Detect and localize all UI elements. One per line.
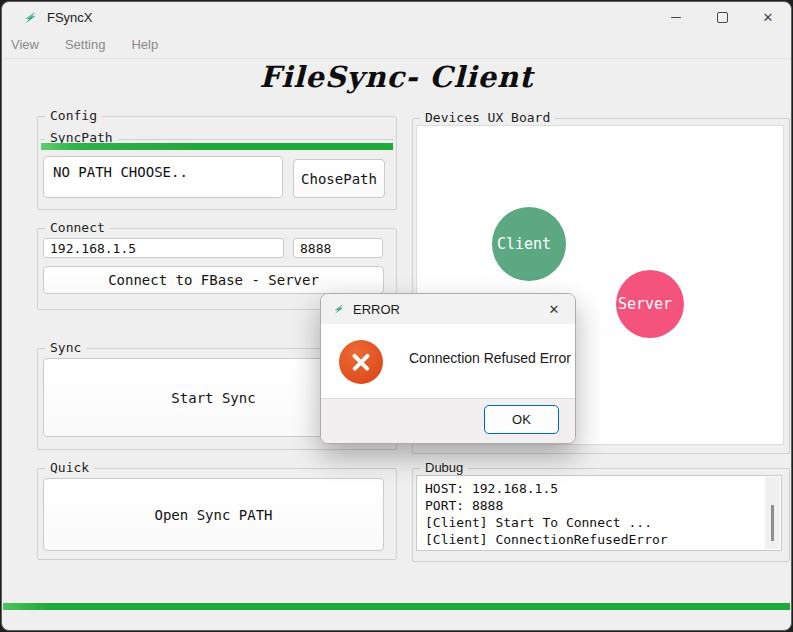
open-sync-path-button[interactable]: Open Sync PATH	[43, 478, 384, 551]
config-group-label: Config	[45, 108, 102, 123]
window-controls: ✕	[653, 2, 791, 32]
maximize-icon	[717, 12, 728, 23]
quick-group-label: Quick	[45, 460, 94, 475]
window-title: FSyncX	[47, 10, 93, 25]
debug-log-text: HOST: 192.168.1.5PORT: 8888[Client] Star…	[417, 476, 781, 548]
syncpath-progress-fill	[41, 143, 393, 150]
connect-group-label: Connect	[45, 220, 110, 235]
error-message: Connection Refused Error	[409, 350, 571, 366]
menu-help[interactable]: Help	[118, 32, 171, 58]
sync-group-label: Sync	[45, 340, 86, 355]
maximize-button[interactable]	[699, 2, 745, 32]
sync-path-input[interactable]: NO PATH CHOOSE..	[43, 156, 283, 198]
error-dialog-body: Connection Refused Error	[321, 324, 575, 398]
error-dialog-title: ERROR	[353, 302, 400, 317]
menubar: View Setting Help	[2, 32, 791, 59]
fsyncx-window: FSyncX ✕ View Setting Help FileSync- Cli…	[1, 1, 792, 631]
dialog-close-icon: ✕	[549, 302, 560, 317]
debug-line: PORT: 8888	[425, 497, 761, 514]
debug-group: Dubug HOST: 192.168.1.5PORT: 8888[Client…	[412, 468, 790, 562]
config-group: Config SyncPath NO PATH CHOOSE.. ChosePa…	[37, 116, 397, 210]
debug-scrollbar-thumb[interactable]	[771, 505, 774, 541]
server-node: Server	[616, 270, 684, 338]
syncpath-progressbar	[41, 143, 393, 150]
minimize-button[interactable]	[653, 2, 699, 32]
menu-view[interactable]: View	[2, 32, 52, 58]
close-icon: ✕	[763, 11, 774, 24]
debug-line: HOST: 192.168.1.5	[425, 480, 761, 497]
titlebar: FSyncX ✕	[2, 2, 791, 32]
debug-group-label: Dubug	[420, 460, 468, 475]
screen: FSyncX ✕ View Setting Help FileSync- Cli…	[0, 0, 793, 632]
connect-button[interactable]: Connect to FBase - Server	[43, 266, 384, 294]
client-node: Client	[492, 207, 566, 281]
debug-line: [Client] Start To Connect ...	[425, 514, 761, 531]
app-logo-icon	[23, 10, 38, 25]
port-input[interactable]	[293, 238, 383, 258]
global-progressbar	[3, 603, 790, 610]
menu-setting[interactable]: Setting	[52, 32, 118, 58]
close-button[interactable]: ✕	[745, 2, 791, 32]
debug-line: [Client] ConnectionRefusedError	[425, 531, 761, 548]
chose-path-button[interactable]: ChosePath	[293, 159, 385, 198]
debug-log[interactable]: HOST: 192.168.1.5PORT: 8888[Client] Star…	[416, 475, 782, 551]
error-icon	[339, 340, 383, 384]
quick-group: Quick Open Sync PATH	[37, 468, 397, 560]
debug-scrollbar[interactable]	[765, 477, 780, 549]
minimize-icon	[671, 17, 681, 18]
error-dialog: ERROR ✕ Connection Refused Error OK	[320, 293, 576, 444]
devices-group-label: Devices UX Board	[420, 110, 555, 125]
dialog-close-button[interactable]: ✕	[537, 294, 571, 324]
error-dialog-footer: OK	[321, 398, 575, 443]
error-dialog-titlebar: ERROR ✕	[321, 294, 575, 324]
global-progress-fill	[3, 603, 790, 610]
dialog-app-icon	[333, 303, 345, 315]
page-title: FileSync- Client	[2, 60, 791, 94]
ok-button[interactable]: OK	[484, 405, 559, 434]
host-input[interactable]	[43, 238, 284, 258]
